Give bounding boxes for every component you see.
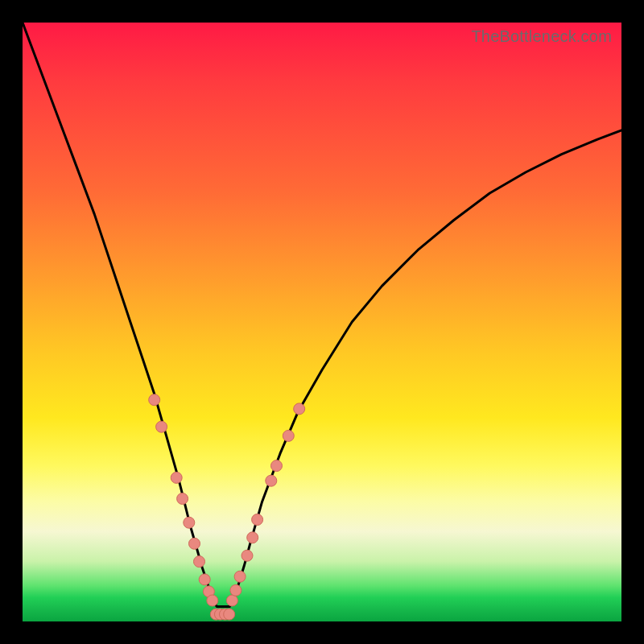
svg-point-2 <box>171 472 182 483</box>
svg-point-12 <box>234 571 246 582</box>
svg-point-16 <box>266 475 277 486</box>
chart-overlay <box>23 23 621 621</box>
data-markers <box>149 394 305 620</box>
svg-point-15 <box>252 514 263 526</box>
svg-point-4 <box>184 517 195 528</box>
svg-point-3 <box>177 493 188 505</box>
svg-point-5 <box>189 538 200 549</box>
svg-point-14 <box>247 532 258 543</box>
svg-point-9 <box>207 595 218 606</box>
svg-point-1 <box>156 421 167 432</box>
svg-point-10 <box>226 595 237 606</box>
chart-frame: TheBottleneck.com <box>0 0 644 644</box>
svg-point-19 <box>294 403 305 415</box>
svg-point-18 <box>283 430 294 441</box>
svg-point-6 <box>194 556 205 568</box>
svg-point-11 <box>230 584 242 596</box>
plot-area: TheBottleneck.com <box>23 23 621 621</box>
svg-point-23 <box>224 609 235 620</box>
curve-line <box>23 23 621 606</box>
svg-point-17 <box>271 460 283 472</box>
svg-point-13 <box>242 550 253 561</box>
svg-point-0 <box>149 394 160 406</box>
svg-point-7 <box>199 574 210 585</box>
